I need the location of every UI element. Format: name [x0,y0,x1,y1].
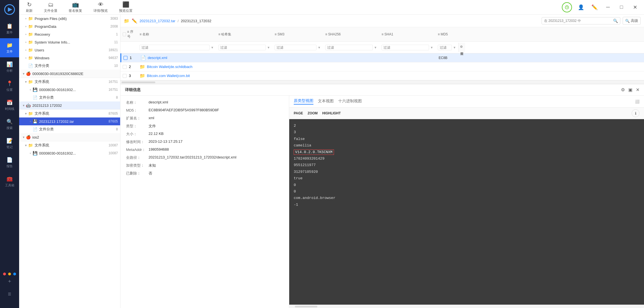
search-nav-icon: 🔍 [6,119,13,125]
sign-recover-button[interactable]: 📺 签名恢复 [66,0,84,14]
breadcrumb-part1[interactable]: 20231213_172032.tar [140,19,175,23]
tab-raw[interactable]: 原类型视图 [294,98,313,105]
tree-fs-sub-1[interactable]: + 💾 00008030-00161932... 16751 [19,86,120,94]
sidebar-item-report[interactable]: 📄 报告 [0,153,19,172]
filter-hash-input[interactable] [218,45,266,50]
info-row-path: 全路径： 20231213_172032.tar/20231213_172032… [126,155,283,160]
expand-viewer-btn[interactable]: ⬜ [635,99,639,104]
row-checkbox[interactable] [123,74,127,78]
filter-name-input[interactable] [140,45,210,50]
close-button[interactable]: ✕ [630,3,639,12]
refresh-button[interactable]: ↻ 刷新 [24,0,35,14]
row-checkbox[interactable] [123,65,127,69]
tree-item-windows[interactable]: + 📁 Windows 94637 [19,54,120,62]
expand-icon: + [28,152,33,155]
layout-icon[interactable]: ▣ [628,87,632,92]
tree-item-recovery[interactable]: + 📁 Recovery 1 [19,30,120,38]
drive-icon: 💾 [33,119,37,124]
tree-item-file-cat-1[interactable]: 📄 文件分类 10 [19,62,120,70]
tab-hex[interactable]: 十六进制视图 [338,99,362,104]
th-sha1[interactable]: ≡ SHA1 [379,32,436,36]
td-name: 📁 Bitcoin.com Wallet(com.bit [137,73,216,78]
th-sm3[interactable]: ≡ SM3 [272,32,323,36]
scroll-thumb [295,306,317,307]
tree-item-programdata[interactable]: + 📁 ProgramData 2008 [19,22,120,30]
menu-icon: ☰ [8,292,11,296]
th-hash[interactable]: ≡ 哈希集 [216,32,272,37]
folder-nav-icon[interactable]: 📁 [124,18,129,24]
sidebar-item-notes[interactable]: 📝 笔记 [0,134,19,153]
table-row[interactable]: 2 📁 Bitcoin Wallet(de.schildbach [120,62,644,71]
preview-pos-button[interactable]: ⬛ 预览位置 [117,0,135,14]
minimize-button[interactable]: ─ [603,3,612,12]
th-md5[interactable]: ≡ MD5 [436,32,452,36]
filter-icon[interactable]: ▼ [318,46,321,49]
search-input[interactable] [544,19,611,23]
filter-sha256-input[interactable] [325,45,373,50]
folder-icon: 📁 [28,80,33,84]
breadcrumb-bar: 📁 ✏️ 20231213_172032.tar / 20231213_1720… [120,15,644,27]
tree-fs-active-item[interactable]: + 💾 20231213 172032.tar 87605 [19,117,120,125]
add-button[interactable]: ＋ [7,278,12,284]
tree-fs-2[interactable]: ▼ 📁 文件系统 87605 [19,110,120,117]
file-full-button[interactable]: 🗂 文件全显 [42,0,60,14]
tab-text[interactable]: 文本视图 [318,99,334,104]
type-value: 文件 [149,124,283,129]
advanced-search-button[interactable]: 🔍 高级 [623,17,641,25]
tree-fs-1[interactable]: ▼ 📁 文件系统 16751 [19,78,120,86]
device-header-3[interactable]: ▼ 🍎 ios2 [19,133,120,141]
tree-item-system-volume[interactable]: + 📁 System Volume Info... 11 [19,38,120,46]
table-row[interactable]: 3 📁 Bitcoin.com Wallet(com.bit [120,71,644,80]
detail-title: 详细信息 [125,87,141,92]
sidebar-item-search[interactable]: 🔍 搜索 [0,115,19,134]
device-header-2[interactable]: ▼ 🤖 20231213 172032 [19,101,120,110]
filter-sha1-input[interactable] [382,45,429,50]
tree-fs-sub-3[interactable]: + 💾 00008030-00161932... 10087 [19,149,120,157]
filter-icon[interactable]: ▼ [453,46,456,49]
content-area: + 📁 Program Files (x86) 3083 + 📁 Program… [19,15,644,308]
tree-file-cat-sub-1[interactable]: 📄 文件分类 8 [19,94,120,101]
sidebar-item-tools[interactable]: 🧰 工具箱 [0,172,19,191]
filter-icon[interactable]: ▼ [267,46,270,49]
select-all-checkbox[interactable] [123,32,126,36]
sidebar-menu[interactable]: ☰ [0,284,19,304]
table-header: ≡ 序号 ≡ 名称 ≡ 哈希集 ≡ SM3 ≡ SHA256 [120,27,644,42]
th-name[interactable]: ≡ 名称 [137,32,216,37]
info-button[interactable]: ℹ [632,109,639,117]
sidebar-item-analysis[interactable]: 📊 分析 [0,57,19,76]
expand-icon: + [24,56,28,60]
close-detail-icon[interactable]: ✕ [636,87,639,92]
settings-detail-icon[interactable]: ⚙ [621,87,625,92]
viewer-scrollbar-h[interactable] [289,305,644,308]
preview-pos-icon: ⬛ [122,1,129,8]
table-scrollbar-h[interactable] [120,80,644,84]
expand-icon: + [24,49,28,52]
tree-label: 00008030-00161932... [39,88,109,92]
row-checkbox[interactable] [124,56,127,60]
filter-sm3-input[interactable] [275,45,317,50]
detail-preview-button[interactable]: 👁 详情/预览 [91,0,110,14]
edit-icon[interactable]: ✏️ [132,18,137,24]
sidebar-item-timeline[interactable]: 📅 时间线 [0,96,19,115]
maximize-button[interactable]: □ [617,3,626,12]
device-header-1[interactable]: ▼ 🍎 00008030-001619320C68802E [19,70,120,78]
tree-item-program-files[interactable]: + 📁 Program Files (x86) 3083 [19,15,120,22]
sidebar-item-files[interactable]: 📁 文件 [0,38,19,57]
sidebar-item-location[interactable]: 📍 位置 [0,76,19,96]
filter-md5-input[interactable] [438,45,452,50]
settings-column-btn[interactable]: ⚙ 设置列 [458,43,465,52]
status-button[interactable] [562,2,572,12]
tree-fs-3[interactable]: ▼ 📁 文件系统 10087 [19,141,120,149]
tree-label: 文件分类 [35,63,114,68]
th-sha256[interactable]: ≡ SHA256 [323,32,379,36]
tree-file-cat-sub-2[interactable]: 📄 文件分类 8 [19,125,120,133]
filter-icon[interactable]: ▼ [430,46,433,49]
filter-icon[interactable]: ▼ [211,46,214,49]
notes-label: 笔记 [6,145,13,149]
user-icon[interactable]: 👤 [576,3,585,12]
tree-item-users[interactable]: + 📁 Users 18921 [19,46,120,54]
filter-icon[interactable]: ▼ [374,46,377,49]
settings-icon[interactable]: ✏️ [590,3,599,12]
sidebar-item-cases[interactable]: 📋 案件 [0,19,19,38]
table-row[interactable]: 1 📄 descript.xml EC8B [120,53,644,62]
